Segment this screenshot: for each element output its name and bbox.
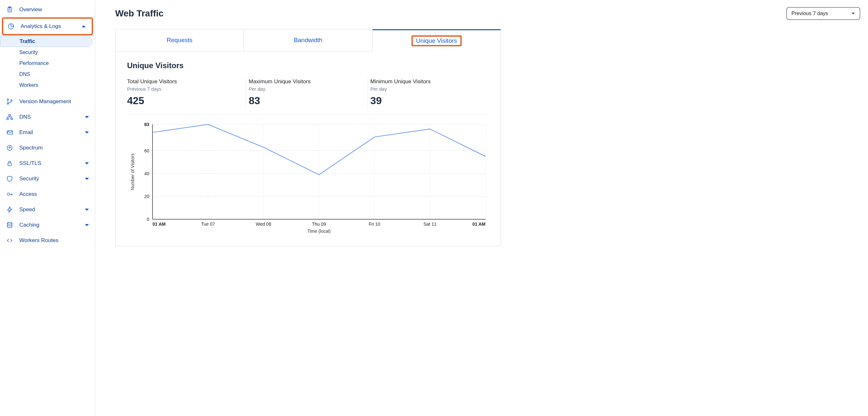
stat-sublabel: Previous 7 days: [127, 86, 246, 92]
svg-rect-11: [8, 131, 13, 134]
tab-bandwidth[interactable]: Bandwidth: [244, 29, 372, 52]
chevron-down-icon: [85, 177, 89, 181]
tab-label: Unique Visitors: [411, 35, 461, 46]
analytics-card: Requests Bandwidth Unique Visitors Uniqu…: [115, 29, 501, 246]
time-range-select[interactable]: Previous 7 days: [786, 7, 860, 20]
main-content: Web Traffic Previous 7 days Requests Ban…: [95, 0, 868, 416]
svg-point-14: [7, 193, 10, 195]
svg-point-7: [11, 100, 12, 101]
stat-value: 83: [249, 95, 367, 107]
chevron-down-icon: [85, 115, 89, 119]
sidebar-sub-label: DNS: [19, 71, 30, 77]
tab-label: Bandwidth: [294, 37, 322, 44]
sidebar-label: Email: [19, 129, 85, 136]
svg-text:Tue 07: Tue 07: [201, 222, 215, 227]
sidebar-item-dns[interactable]: DNS: [0, 109, 95, 125]
sidebar-label: Caching: [19, 222, 85, 228]
sidebar-item-ssl-tls[interactable]: SSL/TLS: [0, 156, 95, 171]
sidebar-sub-label: Security: [19, 50, 38, 55]
stat-sublabel: Per day: [249, 86, 367, 92]
sidebar-label: Overview: [19, 6, 89, 13]
email-icon: [6, 129, 13, 136]
database-icon: [6, 221, 13, 229]
sidebar-label: Analytics & Logs: [21, 23, 82, 30]
time-range-value: Previous 7 days: [792, 10, 828, 17]
chevron-down-icon: [85, 223, 89, 227]
sidebar-label: Spectrum: [19, 145, 89, 151]
sidebar-item-version-management[interactable]: Version Management: [0, 94, 95, 109]
highlight-analytics: Analytics & Logs: [2, 18, 93, 35]
sidebar-item-analytics-logs[interactable]: Analytics & Logs: [3, 19, 92, 34]
stat-total: Total Unique Visitors Previous 7 days 42…: [127, 78, 246, 107]
stat-max: Maximum Unique Visitors Per day 83: [246, 78, 368, 107]
chevron-down-icon: [85, 161, 89, 166]
stat-value: 425: [127, 95, 246, 107]
svg-text:Number of Visitors: Number of Visitors: [130, 153, 135, 190]
tab-unique-visitors[interactable]: Unique Visitors: [373, 29, 501, 52]
svg-rect-10: [11, 118, 12, 120]
svg-text:0: 0: [147, 217, 149, 222]
sitemap-icon: [6, 113, 13, 121]
sidebar-item-access[interactable]: Access: [0, 187, 95, 202]
sidebar-sub-workers[interactable]: Workers: [0, 80, 95, 91]
sidebar-sub-traffic[interactable]: Traffic: [0, 36, 92, 47]
sidebar-label: DNS: [19, 114, 85, 120]
sidebar-sub-dns[interactable]: DNS: [0, 69, 95, 80]
svg-rect-13: [8, 163, 11, 166]
header-row: Web Traffic Previous 7 days: [115, 7, 868, 20]
shield-icon: [6, 175, 13, 183]
access-icon: [6, 190, 13, 198]
sidebar-item-workers-routes[interactable]: Workers Routes: [0, 233, 95, 248]
sidebar-sub-label: Performance: [19, 60, 49, 66]
sidebar-label: Security: [19, 175, 85, 182]
sidebar-sub-label: Workers: [19, 82, 38, 88]
sidebar-item-overview[interactable]: Overview: [0, 2, 95, 18]
sidebar-item-email[interactable]: Email: [0, 125, 95, 140]
stat-min: Minimum Unique Visitors Per day 39: [368, 78, 489, 107]
svg-text:60: 60: [144, 148, 149, 153]
svg-rect-8: [9, 115, 11, 116]
svg-text:Time (local): Time (local): [307, 229, 331, 234]
chart: 02040608301 AMTue 07Wed 08Thu 09Fri 10Sa…: [127, 118, 489, 237]
svg-point-5: [7, 99, 8, 100]
svg-text:Sat 11: Sat 11: [423, 222, 437, 227]
stat-label: Maximum Unique Visitors: [249, 78, 367, 85]
panel: Unique Visitors Total Unique Visitors Pr…: [116, 52, 501, 246]
svg-point-12: [9, 147, 11, 149]
chevron-down-icon: [85, 130, 89, 135]
svg-text:01 AM: 01 AM: [472, 222, 486, 227]
page-title: Web Traffic: [115, 8, 163, 19]
stat-label: Minimum Unique Visitors: [370, 78, 489, 85]
stat-label: Total Unique Visitors: [127, 78, 246, 85]
svg-text:20: 20: [144, 194, 149, 199]
sidebar-label: SSL/TLS: [19, 160, 85, 166]
svg-text:83: 83: [144, 122, 149, 127]
chevron-down-icon: [851, 11, 855, 15]
chevron-up-icon: [82, 24, 86, 29]
svg-text:40: 40: [144, 171, 149, 176]
lock-icon: [6, 159, 13, 167]
clipboard-icon: [6, 6, 13, 13]
sidebar-sub-security[interactable]: Security: [0, 47, 95, 58]
panel-title: Unique Visitors: [127, 61, 489, 70]
sidebar-sub-label: Traffic: [20, 39, 35, 44]
sidebar: Overview Analytics & Logs Traffic Securi…: [0, 0, 95, 416]
svg-text:Fri 10: Fri 10: [369, 222, 380, 227]
spectrum-icon: [6, 144, 13, 152]
svg-rect-9: [7, 118, 9, 120]
lightning-icon: [6, 206, 13, 214]
sidebar-item-security[interactable]: Security: [0, 171, 95, 187]
stat-value: 39: [370, 95, 489, 107]
sidebar-item-caching[interactable]: Caching: [0, 217, 95, 233]
line-chart-svg: 02040608301 AMTue 07Wed 08Thu 09Fri 10Sa…: [128, 121, 489, 237]
pie-chart-icon: [7, 23, 15, 30]
svg-point-15: [7, 222, 12, 224]
tab-label: Requests: [167, 37, 192, 44]
stats-row: Total Unique Visitors Previous 7 days 42…: [127, 78, 489, 115]
sidebar-sub-performance[interactable]: Performance: [0, 58, 95, 69]
tabs: Requests Bandwidth Unique Visitors: [116, 29, 501, 52]
tab-requests[interactable]: Requests: [116, 29, 244, 52]
sidebar-item-spectrum[interactable]: Spectrum: [0, 140, 95, 156]
sidebar-item-speed[interactable]: Speed: [0, 202, 95, 217]
sidebar-label: Access: [19, 191, 89, 197]
